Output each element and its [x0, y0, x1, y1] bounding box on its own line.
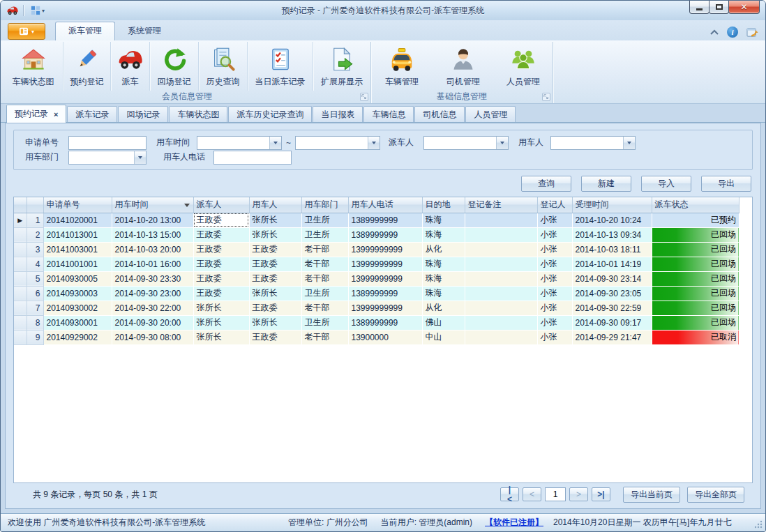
- cell-department[interactable]: 老干部: [301, 271, 348, 286]
- cell-department[interactable]: 卫生所: [301, 213, 348, 227]
- cell-phone[interactable]: 1389999999: [348, 315, 422, 330]
- cell-request_no[interactable]: 20140930005: [43, 271, 112, 286]
- cell-request_no[interactable]: 20141020001: [43, 213, 112, 227]
- cell-accept_time[interactable]: 2014-09-30 22:59: [572, 301, 652, 315]
- column-header[interactable]: [27, 197, 43, 213]
- filter-arrow-icon[interactable]: [184, 204, 190, 207]
- cell-status[interactable]: 已回场: [652, 301, 739, 315]
- cell-passenger[interactable]: 张所长: [249, 227, 301, 242]
- doc-tab[interactable]: 回场记录: [118, 106, 168, 122]
- cell-phone[interactable]: 13999999999: [348, 257, 422, 271]
- next-page-button[interactable]: >: [569, 487, 588, 501]
- cell-accept_time[interactable]: 2014-09-30 23:14: [572, 271, 652, 286]
- dialog-launcher-icon[interactable]: [360, 93, 368, 101]
- cell-registrar[interactable]: 小张: [537, 257, 572, 271]
- use-time-from-combo[interactable]: [197, 136, 282, 150]
- cell-remark[interactable]: [465, 257, 537, 271]
- minimize-button[interactable]: [689, 1, 709, 14]
- department-combo[interactable]: [68, 151, 147, 165]
- cell-status[interactable]: 已回场: [652, 315, 739, 330]
- doc-tab[interactable]: 预约记录×: [6, 105, 66, 123]
- cell-destination[interactable]: 珠海: [422, 271, 465, 286]
- new-button[interactable]: 新建: [581, 176, 631, 192]
- export-button[interactable]: 导出: [701, 176, 751, 192]
- cell-use_time[interactable]: 2014-10-20 13:00: [112, 213, 193, 227]
- cell-request_no[interactable]: 20141013001: [43, 227, 112, 242]
- last-page-button[interactable]: >|: [592, 487, 610, 501]
- doc-tab[interactable]: 派车历史记录查询: [228, 106, 312, 122]
- column-header[interactable]: 用车时间: [112, 197, 193, 213]
- cell-remark[interactable]: [465, 315, 537, 330]
- cell-status[interactable]: 已回场: [652, 242, 739, 257]
- cell-status[interactable]: 已回场: [652, 286, 739, 301]
- cell-department[interactable]: 老干部: [301, 257, 348, 271]
- cell-request_no[interactable]: 20140930003: [43, 286, 112, 301]
- cell-passenger[interactable]: 王政委: [249, 301, 301, 315]
- cell-use_time[interactable]: 2014-09-30 23:00: [112, 286, 193, 301]
- cell-registrar[interactable]: 小张: [537, 301, 572, 315]
- cell-passenger[interactable]: 王政委: [249, 330, 301, 344]
- license-registered-link[interactable]: 【软件已注册】: [485, 517, 543, 529]
- cell-accept_time[interactable]: 2014-09-30 23:05: [572, 286, 652, 301]
- cell-registrar[interactable]: 小张: [537, 242, 572, 257]
- cell-phone[interactable]: 13999999999: [348, 242, 422, 257]
- query-button[interactable]: 查询: [521, 176, 571, 192]
- ribbon-button-history-query[interactable]: 历史查询: [199, 42, 248, 91]
- cell-department[interactable]: 老干部: [301, 242, 348, 257]
- passenger-combo[interactable]: [550, 136, 636, 150]
- cell-registrar[interactable]: 小张: [537, 286, 572, 301]
- cell-use_time[interactable]: 2014-10-03 20:00: [112, 242, 193, 257]
- table-row[interactable]: 3201410030012014-10-03 20:00王政委王政委老干部139…: [14, 242, 739, 257]
- quick-access-toolbar-button[interactable]: ▾: [28, 5, 47, 16]
- cell-registrar[interactable]: 小张: [537, 227, 572, 242]
- table-row[interactable]: 7201409300022014-09-30 22:00张所长王政委老干部139…: [14, 301, 739, 315]
- cell-accept_time[interactable]: 2014-09-30 09:17: [572, 315, 652, 330]
- cell-dispatcher[interactable]: 张所长: [193, 315, 249, 330]
- column-header[interactable]: 用车部门: [301, 197, 348, 213]
- column-header[interactable]: 派车状态: [652, 197, 739, 213]
- cell-dispatcher[interactable]: 王政委: [193, 227, 249, 242]
- cell-destination[interactable]: 珠海: [422, 286, 465, 301]
- cell-department[interactable]: 老干部: [301, 330, 348, 344]
- cell-request_no[interactable]: 20140929002: [43, 330, 112, 344]
- table-row[interactable]: 6201409300032014-09-30 23:00王政委张所长卫生所138…: [14, 286, 739, 301]
- cell-destination[interactable]: 中山: [422, 330, 465, 344]
- cell-use_time[interactable]: 2014-09-30 08:00: [112, 330, 193, 344]
- cell-remark[interactable]: [465, 227, 537, 242]
- cell-remark[interactable]: [465, 330, 537, 344]
- column-header[interactable]: 派车人: [193, 197, 249, 213]
- dialog-launcher-icon[interactable]: [542, 93, 550, 101]
- chevron-down-icon[interactable]: [269, 137, 281, 149]
- cell-registrar[interactable]: 小张: [537, 213, 572, 227]
- doc-tab[interactable]: 司机信息: [414, 106, 465, 122]
- cell-accept_time[interactable]: 2014-09-29 21:47: [572, 330, 652, 344]
- cell-accept_time[interactable]: 2014-10-03 18:11: [572, 242, 652, 257]
- cell-phone[interactable]: 13999999999: [348, 271, 422, 286]
- cell-dispatcher[interactable]: 张所长: [193, 330, 249, 344]
- ribbon-tab-system-management[interactable]: 系统管理: [115, 22, 174, 40]
- ribbon-button-today-dispatch-records[interactable]: 当日派车记录: [248, 42, 313, 91]
- cell-department[interactable]: 老干部: [301, 301, 348, 315]
- cell-use_time[interactable]: 2014-09-30 22:00: [112, 301, 193, 315]
- doc-tab[interactable]: 车辆信息: [363, 106, 414, 122]
- cell-phone[interactable]: 1389999999: [348, 286, 422, 301]
- column-header[interactable]: 受理时间: [572, 197, 652, 213]
- cell-destination[interactable]: 珠海: [422, 227, 465, 242]
- ribbon-button-vehicle-status-map[interactable]: 车辆状态图: [3, 42, 63, 91]
- application-menu-button[interactable]: ▾: [8, 23, 45, 40]
- doc-tab[interactable]: 派车记录: [67, 106, 117, 122]
- cell-passenger[interactable]: 王政委: [249, 271, 301, 286]
- cell-request_no[interactable]: 20140930001: [43, 315, 112, 330]
- cell-department[interactable]: 卫生所: [301, 227, 348, 242]
- column-header[interactable]: 登记备注: [465, 197, 537, 213]
- table-row[interactable]: 9201409290022014-09-30 08:00张所长王政委老干部139…: [14, 330, 739, 344]
- cell-passenger[interactable]: 王政委: [249, 257, 301, 271]
- cell-dispatcher[interactable]: 王政委: [193, 286, 249, 301]
- cell-use_time[interactable]: 2014-09-30 20:00: [112, 315, 193, 330]
- cell-department[interactable]: 卫生所: [301, 286, 348, 301]
- cell-passenger[interactable]: 张所长: [249, 213, 301, 227]
- cell-remark[interactable]: [465, 286, 537, 301]
- table-row[interactable]: ▶1201410200012014-10-20 13:00王政委张所长卫生所13…: [14, 213, 739, 227]
- maximize-button[interactable]: [709, 1, 729, 14]
- cell-destination[interactable]: 珠海: [422, 257, 465, 271]
